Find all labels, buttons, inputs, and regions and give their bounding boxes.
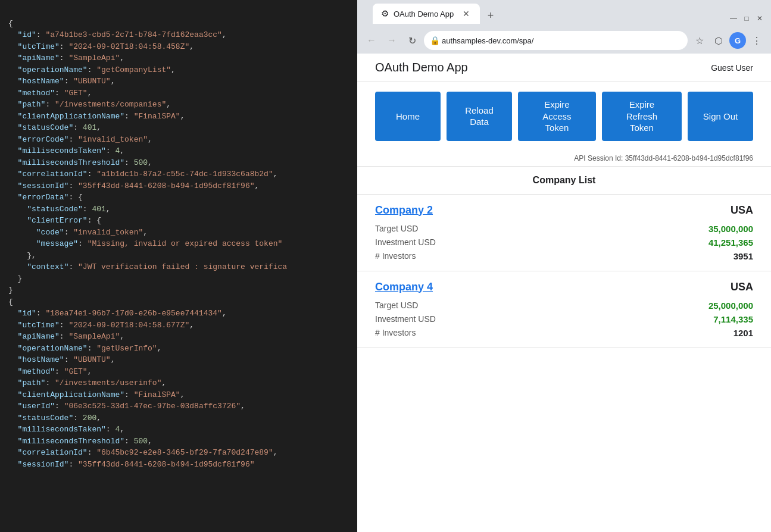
session-id-label: API Session Id: 35ff43dd-8441-6208-b494-… bbox=[574, 154, 753, 162]
session-id-row: API Session Id: 35ff43dd-8441-6208-b494-… bbox=[357, 151, 771, 167]
bookmark-button[interactable]: ☆ bbox=[691, 32, 708, 49]
terminal-panel: { "id": "a74b1be3-cbd5-2c71-b784-7fd162e… bbox=[0, 0, 357, 532]
company-card-1: Company 4 USA Target USD 25,000,000 Inve… bbox=[357, 271, 771, 348]
menu-button[interactable]: ⋮ bbox=[748, 32, 765, 49]
app-content: OAuth Demo App Guest User Home Reload Da… bbox=[357, 54, 771, 532]
company-country-1: USA bbox=[731, 281, 753, 293]
window-minimize-button[interactable]: — bbox=[728, 13, 739, 24]
tab-close-button[interactable]: ✕ bbox=[461, 8, 472, 19]
investors-row-0: # Investors 3951 bbox=[375, 251, 753, 261]
reload-data-button[interactable]: Reload Data bbox=[447, 92, 512, 141]
extensions-button[interactable]: ⬡ bbox=[710, 32, 727, 49]
company-name-0[interactable]: Company 2 bbox=[375, 204, 433, 217]
terminal-content: { "id": "a74b1be3-cbd5-2c71-b784-7fd162e… bbox=[8, 19, 287, 469]
investors-label-0: # Investors bbox=[375, 251, 416, 261]
browser-chrome: ⚙ OAuth Demo App ✕ + — □ ✕ ← → ↻ 🔒 bbox=[357, 0, 771, 54]
new-tab-button[interactable]: + bbox=[482, 7, 499, 24]
company-header-1: Company 4 USA bbox=[375, 281, 753, 293]
target-usd-label-1: Target USD bbox=[375, 301, 418, 310]
address-input[interactable] bbox=[424, 31, 688, 50]
browser-window: ⚙ OAuth Demo App ✕ + — □ ✕ ← → ↻ 🔒 bbox=[357, 0, 771, 532]
guest-user-label: Guest User bbox=[711, 63, 753, 73]
sign-out-button[interactable]: Sign Out bbox=[688, 92, 753, 141]
tab-title: OAuth Demo App bbox=[394, 10, 454, 18]
company-name-1[interactable]: Company 4 bbox=[375, 281, 433, 293]
back-button[interactable]: ← bbox=[363, 32, 380, 49]
investors-value-1: 1201 bbox=[733, 328, 753, 338]
target-usd-value-1: 25,000,000 bbox=[708, 301, 753, 311]
window-maximize-button[interactable]: □ bbox=[741, 13, 752, 24]
investors-value-0: 3951 bbox=[733, 251, 753, 261]
tab-bar: ⚙ OAuth Demo App ✕ + — □ ✕ bbox=[373, 4, 765, 24]
browser-titlebar: ⚙ OAuth Demo App ✕ + — □ ✕ bbox=[357, 0, 771, 27]
browser-actions: ☆ ⬡ G ⋮ bbox=[691, 32, 765, 49]
company-list-title: Company List bbox=[357, 167, 771, 195]
investment-usd-value-1: 7,114,335 bbox=[713, 314, 753, 324]
investment-usd-value-0: 41,251,365 bbox=[708, 237, 753, 248]
target-usd-row-1: Target USD 25,000,000 bbox=[375, 301, 753, 311]
investment-usd-row-1: Investment USD 7,114,335 bbox=[375, 314, 753, 324]
lock-icon: 🔒 bbox=[430, 36, 440, 45]
forward-button[interactable]: → bbox=[383, 32, 400, 49]
investment-usd-label-1: Investment USD bbox=[375, 314, 436, 324]
target-usd-value-0: 35,000,000 bbox=[708, 224, 753, 234]
company-stats-0: Target USD 35,000,000 Investment USD 41,… bbox=[375, 224, 753, 261]
investors-label-1: # Investors bbox=[375, 328, 416, 337]
nav-buttons: Home Reload Data Expire Access Token Exp… bbox=[357, 82, 771, 151]
expire-access-token-button[interactable]: Expire Access Token bbox=[518, 92, 596, 141]
target-usd-row-0: Target USD 35,000,000 bbox=[375, 224, 753, 234]
home-button[interactable]: Home bbox=[375, 92, 441, 141]
address-bar-container: 🔒 bbox=[424, 31, 688, 50]
company-country-0: USA bbox=[731, 204, 753, 217]
tab-icon: ⚙ bbox=[381, 8, 389, 19]
target-usd-label-0: Target USD bbox=[375, 224, 418, 233]
expire-refresh-token-button[interactable]: Expire Refresh Token bbox=[602, 92, 682, 141]
investment-usd-label-0: Investment USD bbox=[375, 237, 436, 247]
investment-usd-row-0: Investment USD 41,251,365 bbox=[375, 237, 753, 248]
window-close-button[interactable]: ✕ bbox=[754, 13, 765, 24]
investors-row-1: # Investors 1201 bbox=[375, 328, 753, 338]
browser-tab-active[interactable]: ⚙ OAuth Demo App ✕ bbox=[373, 4, 480, 24]
company-stats-1: Target USD 25,000,000 Investment USD 7,1… bbox=[375, 301, 753, 338]
app-title: OAuth Demo App bbox=[375, 61, 468, 74]
reload-button[interactable]: ↻ bbox=[404, 32, 420, 49]
company-card-0: Company 2 USA Target USD 35,000,000 Inve… bbox=[357, 195, 771, 271]
company-header-0: Company 2 USA bbox=[375, 204, 753, 217]
profile-button[interactable]: G bbox=[729, 32, 746, 49]
app-header: OAuth Demo App Guest User bbox=[357, 54, 771, 82]
address-bar-row: ← → ↻ 🔒 ☆ ⬡ G ⋮ bbox=[357, 27, 771, 54]
